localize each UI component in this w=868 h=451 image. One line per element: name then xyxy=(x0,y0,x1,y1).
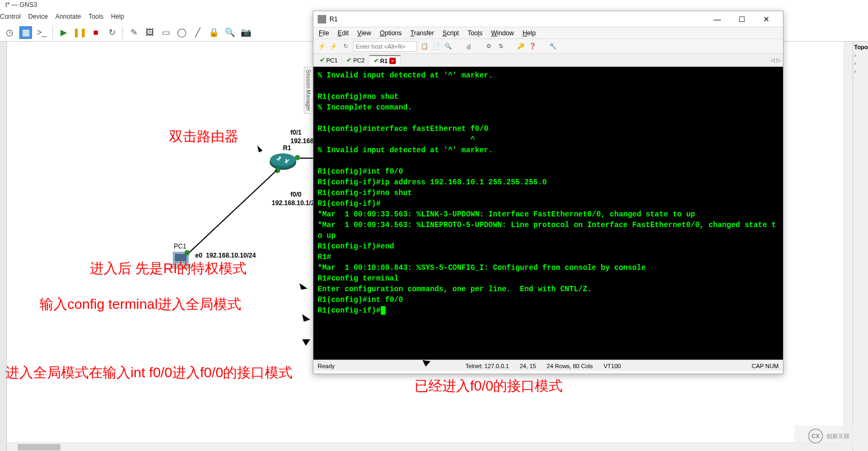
terminal-title: R1 xyxy=(329,15,705,23)
help-icon[interactable]: ❓ xyxy=(528,42,537,51)
menu-edit[interactable]: Edit xyxy=(337,29,349,37)
terminal-titlebar[interactable]: R1 — ☐ ✕ xyxy=(313,11,783,27)
menu-window[interactable]: Window xyxy=(491,29,514,37)
arrow-icon xyxy=(417,355,460,382)
scroll-icon[interactable]: ⇅ xyxy=(496,42,505,51)
status-connection: Telnet: 127.0.0.1 xyxy=(465,363,509,369)
left-dock xyxy=(0,42,6,451)
menu-control[interactable]: Control xyxy=(0,13,21,22)
menu-tools[interactable]: Tools xyxy=(467,29,482,37)
pause-icon[interactable]: ❚❚ xyxy=(73,26,86,39)
print-icon[interactable]: 🖨 xyxy=(464,42,473,51)
tab-nav-arrows[interactable]: ◁ ▷ xyxy=(771,57,781,63)
stop-icon[interactable]: ■ xyxy=(89,26,102,39)
dock-expand-icon[interactable]: › xyxy=(854,68,867,74)
ellipse-icon[interactable]: ◯ xyxy=(175,26,188,39)
canvas-scrollbar-v[interactable] xyxy=(844,42,852,442)
annotation-1: 双击路由器 xyxy=(169,127,239,146)
image-icon[interactable]: 🖼 xyxy=(143,26,156,39)
menu-file[interactable]: File xyxy=(319,29,329,37)
find-icon[interactable]: 🔍 xyxy=(444,42,452,51)
rect-icon[interactable]: ▭ xyxy=(159,26,172,39)
copy-icon[interactable]: 📋 xyxy=(420,42,429,51)
session-manager-tab[interactable]: Session Manager xyxy=(304,67,312,114)
lock-icon[interactable]: 🔒 xyxy=(208,26,220,39)
menu-help[interactable]: Help xyxy=(523,29,536,37)
ip-label: 192.168. xyxy=(290,137,316,145)
terminal-window[interactable]: Session Manager R1 — ☐ ✕ File Edit View … xyxy=(313,11,783,374)
connect-icon[interactable]: ⚡ xyxy=(318,42,326,51)
tools-icon[interactable]: 🔧 xyxy=(549,42,557,51)
if-label: f0/0 xyxy=(290,191,302,198)
router-label: R1 xyxy=(283,144,291,152)
menu-options[interactable]: Options xyxy=(380,29,402,37)
svg-marker-7 xyxy=(257,145,263,152)
dock-expand-icon[interactable]: › xyxy=(854,52,867,58)
svg-marker-15 xyxy=(423,360,431,367)
check-icon: ✔ xyxy=(320,57,325,64)
menu-view[interactable]: View xyxy=(357,29,371,37)
tab-close-icon[interactable]: × xyxy=(389,58,396,64)
arrow-icon xyxy=(267,334,316,366)
pc-label: PC1 xyxy=(174,243,186,250)
ip-label: 192.168.10.10/24 xyxy=(206,252,256,259)
grid-icon[interactable]: ▦ xyxy=(19,26,32,39)
arrow-icon xyxy=(246,262,316,294)
menu-script[interactable]: Script xyxy=(443,29,459,37)
status-emulation: VT100 xyxy=(604,363,621,369)
link-dot xyxy=(295,155,300,160)
line-icon[interactable]: ╱ xyxy=(191,26,204,39)
status-caps: CAP NUM xyxy=(751,363,779,369)
gns3-titlebar: t* — GNS3 xyxy=(0,0,868,12)
svg-line-8 xyxy=(249,273,308,289)
status-ready: Ready xyxy=(318,363,335,369)
console-icon[interactable]: >_ xyxy=(35,26,48,39)
key-icon[interactable]: 🔑 xyxy=(517,42,525,51)
disconnect-icon[interactable]: ⚡ xyxy=(329,42,338,51)
right-dock: Topo › › › xyxy=(853,42,868,451)
properties-icon[interactable]: ⚙ xyxy=(485,42,493,51)
menu-annotate[interactable]: Annotate xyxy=(55,13,81,22)
tab-pc2[interactable]: ✔PC2 xyxy=(342,56,369,65)
menu-tools[interactable]: Tools xyxy=(88,13,103,22)
maximize-button[interactable]: ☐ xyxy=(729,12,754,27)
play-icon[interactable]: ▶ xyxy=(57,26,70,39)
host-input[interactable] xyxy=(353,41,417,52)
router-r1[interactable] xyxy=(269,151,297,173)
svg-marker-13 xyxy=(302,339,310,346)
paste-icon[interactable]: 📄 xyxy=(432,42,441,51)
ip-label: 192.168.10.1/24 xyxy=(272,199,318,207)
terminal-tabs: ✔PC1 ✔PC2 ✔R1 × ◁ ▷ xyxy=(313,54,783,67)
annotation-4: 进入全局模式在输入int f0/0进入f0/0的接口模式 xyxy=(5,363,293,382)
close-button[interactable]: ✕ xyxy=(754,12,779,27)
watermark-text: 创新互联 xyxy=(826,432,850,440)
camera-icon[interactable]: 📷 xyxy=(240,26,252,39)
reconnect-icon[interactable]: ↻ xyxy=(341,42,350,51)
if-label: e0 xyxy=(195,252,202,259)
svg-marker-11 xyxy=(302,314,310,322)
link-dot xyxy=(185,250,190,255)
check-icon: ✔ xyxy=(347,57,351,64)
canvas-scrollbar-h[interactable] xyxy=(7,442,852,451)
link-line-pc1 xyxy=(181,170,280,261)
terminal-toolbar: ⚡ ⚡ ↻ 📋 📄 🔍 🖨 ⚙ ⇅ 🔑 ❓ 🔧 xyxy=(313,39,783,54)
svg-line-2 xyxy=(186,170,277,255)
reload-icon[interactable]: ↻ xyxy=(105,26,118,39)
toolbar-separator xyxy=(122,26,123,39)
back-icon[interactable]: ◷ xyxy=(3,26,16,39)
right-dock-title: Topo xyxy=(854,44,867,50)
menu-transfer[interactable]: Transfer xyxy=(410,29,434,37)
watermark-logo: CX 创新互联 xyxy=(794,425,864,447)
terminal-output[interactable]: % Invalid input detected at '^' marker. … xyxy=(313,67,783,360)
note-icon[interactable]: ✎ xyxy=(127,26,140,39)
tab-pc1[interactable]: ✔PC1 xyxy=(316,56,342,65)
dock-expand-icon[interactable]: › xyxy=(854,60,867,66)
menu-help[interactable]: Help xyxy=(111,13,124,22)
minimize-button[interactable]: — xyxy=(705,12,729,27)
svg-point-1 xyxy=(270,153,296,166)
terminal-menubar[interactable]: File Edit View Options Transfer Script T… xyxy=(313,27,783,39)
tab-r1[interactable]: ✔R1 × xyxy=(370,55,401,65)
menu-device[interactable]: Device xyxy=(28,13,48,22)
annotation-3: 输入config terminal进入全局模式 xyxy=(40,295,241,314)
zoom-icon[interactable]: 🔍 xyxy=(224,26,236,39)
